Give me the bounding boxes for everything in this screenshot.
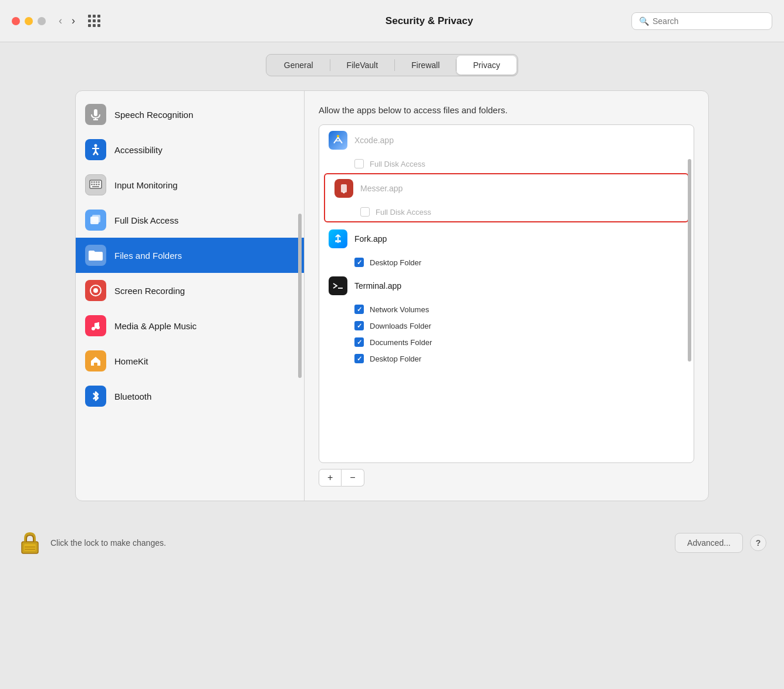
sidebar-item-speech-recognition[interactable]: Speech Recognition: [76, 97, 304, 132]
xcode-app-name: Xcode.app: [354, 136, 394, 145]
homekit-icon: [85, 350, 106, 371]
full-disk-access-icon: [85, 210, 106, 231]
list-scrollbar[interactable]: [688, 159, 691, 362]
svg-rect-10: [93, 181, 95, 183]
svg-line-7: [96, 151, 98, 155]
terminal-check-2[interactable]: ✓: [354, 337, 364, 347]
tab-general[interactable]: General: [268, 56, 330, 75]
terminal-check-0[interactable]: ✓: [354, 305, 364, 314]
sidebar-label-media: Media & Apple Music: [114, 321, 197, 331]
add-button[interactable]: +: [319, 469, 342, 487]
files-folders-icon: [85, 245, 106, 266]
fork-app-icon: [329, 229, 347, 248]
sidebar-label-screen: Screen Recording: [114, 286, 185, 296]
sidebar-item-homekit[interactable]: HomeKit: [76, 343, 304, 379]
xcode-check-0[interactable]: [354, 159, 364, 168]
app-entry-fork[interactable]: Fork.app ✓ Desktop Folder: [319, 224, 694, 271]
svg-rect-0: [94, 109, 97, 116]
maximize-button[interactable]: [38, 17, 46, 25]
svg-rect-25: [94, 363, 97, 366]
input-monitoring-icon: [85, 174, 106, 195]
sidebar-label-files: Files and Folders: [114, 251, 182, 261]
svg-rect-11: [96, 181, 97, 183]
list-toolbar: + −: [319, 469, 694, 487]
terminal-check-3[interactable]: ✓: [354, 354, 364, 363]
titlebar: ‹ › Security & Privacy 🔍: [0, 0, 784, 42]
remove-button[interactable]: −: [342, 469, 364, 487]
fork-check-0[interactable]: ✓: [354, 258, 364, 267]
svg-point-26: [337, 135, 339, 137]
fork-sub-entry-0[interactable]: ✓ Desktop Folder: [319, 254, 694, 271]
help-button[interactable]: ?: [750, 535, 766, 551]
sidebar-item-full-disk-access[interactable]: Full Disk Access: [76, 202, 304, 238]
lock-icon[interactable]: [18, 531, 42, 555]
forward-button[interactable]: ›: [68, 13, 79, 28]
grid-button[interactable]: [88, 15, 100, 27]
sidebar-item-input-monitoring[interactable]: Input Monitoring: [76, 167, 304, 202]
svg-rect-17: [92, 186, 99, 187]
panel-description: Allow the apps below to access files and…: [319, 105, 694, 115]
sidebar-item-accessibility[interactable]: Accessibility: [76, 132, 304, 167]
terminal-sub-entry-2[interactable]: ✓ Documents Folder: [319, 334, 694, 350]
advanced-button[interactable]: Advanced...: [675, 533, 743, 553]
xcode-sub-entry-0[interactable]: Full Disk Access: [319, 156, 694, 172]
svg-point-3: [94, 144, 97, 147]
app-list-container: Xcode.app Full Disk Access: [319, 124, 694, 463]
app-entry-xcode[interactable]: Xcode.app Full Disk Access: [319, 125, 694, 172]
sidebar-label-speech: Speech Recognition: [114, 110, 193, 120]
sidebar-item-screen-recording[interactable]: Screen Recording: [76, 273, 304, 308]
search-input[interactable]: [653, 16, 765, 26]
lock-area[interactable]: Click the lock to make changes.: [18, 531, 166, 555]
terminal-check-1[interactable]: ✓: [354, 321, 364, 330]
terminal-sub-label-2: Documents Folder: [370, 338, 432, 347]
svg-point-24: [96, 326, 100, 329]
search-bar[interactable]: 🔍: [631, 12, 772, 30]
app-entry-messer[interactable]: Messer.app Full Disk Access: [324, 173, 689, 222]
accessibility-icon: [85, 139, 106, 160]
svg-point-23: [92, 327, 95, 330]
svg-point-33: [339, 240, 341, 242]
svg-rect-12: [98, 181, 100, 183]
svg-rect-16: [98, 184, 100, 185]
sidebar-item-files-and-folders[interactable]: Files and Folders: [76, 238, 304, 273]
sidebar-item-media-apple-music[interactable]: Media & Apple Music: [76, 308, 304, 343]
speech-recognition-icon: [85, 104, 106, 125]
tab-filevault[interactable]: FileVault: [330, 56, 394, 75]
app-entry-terminal[interactable]: Terminal.app ✓ Network Volumes ✓ Downloa…: [319, 271, 694, 367]
sidebar-label-fulldisk: Full Disk Access: [114, 215, 178, 225]
sidebar-label-bluetooth: Bluetooth: [114, 391, 151, 401]
svg-point-28: [343, 192, 345, 194]
app-list: Xcode.app Full Disk Access: [319, 125, 694, 462]
sidebar-label-accessibility: Accessibility: [114, 145, 163, 155]
close-button[interactable]: [12, 17, 20, 25]
terminal-sub-label-1: Downloads Folder: [370, 322, 431, 330]
terminal-sub-label-3: Desktop Folder: [370, 354, 421, 363]
svg-rect-9: [91, 181, 93, 183]
messer-app-icon: [334, 179, 353, 198]
search-icon: 🔍: [639, 16, 649, 26]
minimize-button[interactable]: [25, 17, 33, 25]
fork-app-name: Fork.app: [354, 234, 387, 244]
svg-point-21: [93, 288, 98, 293]
tab-bar: General FileVault Firewall Privacy: [266, 54, 518, 76]
sidebar-scrollbar[interactable]: [298, 214, 302, 377]
messer-check-0[interactable]: [360, 207, 370, 217]
terminal-sub-entry-3[interactable]: ✓ Desktop Folder: [319, 350, 694, 367]
terminal-sub-entry-0[interactable]: ✓ Network Volumes: [319, 301, 694, 318]
fork-sub-label-0: Desktop Folder: [370, 258, 421, 267]
screen-recording-icon: [85, 280, 106, 301]
messer-app-name: Messer.app: [360, 184, 403, 193]
messer-sub-entry-0[interactable]: Full Disk Access: [325, 204, 688, 221]
terminal-sub-entry-1[interactable]: ✓ Downloads Folder: [319, 318, 694, 334]
main-content: General FileVault Firewall Privacy Sp: [0, 42, 784, 513]
svg-point-32: [335, 240, 337, 242]
back-button[interactable]: ‹: [55, 13, 66, 28]
sidebar-item-bluetooth[interactable]: Bluetooth: [76, 379, 304, 414]
terminal-sub-label-0: Network Volumes: [370, 305, 429, 314]
settings-pane: Speech Recognition Accessibility: [75, 90, 709, 501]
media-music-icon: [85, 315, 106, 336]
right-panel: Allow the apps below to access files and…: [305, 91, 708, 501]
tab-firewall[interactable]: Firewall: [395, 56, 456, 75]
tab-privacy[interactable]: Privacy: [457, 56, 516, 75]
nav-arrows: ‹ ›: [55, 13, 79, 28]
